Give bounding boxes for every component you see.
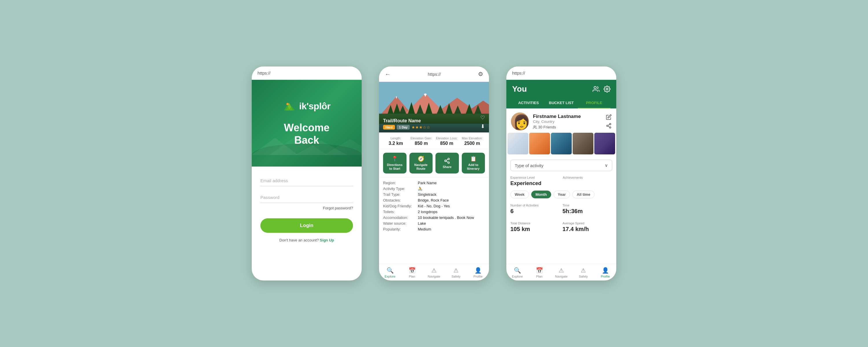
profile-name-area: Firstname Lastname City, Country 30 Frie…: [533, 114, 602, 129]
stat-elev-gain: Elevation Gain: 850 m: [408, 136, 434, 146]
forgot-password-link[interactable]: Forgot password?: [260, 206, 353, 210]
experience-label: Experience Level: [510, 176, 560, 179]
stat-length-value: 3.2 km: [383, 141, 408, 146]
photo-tile-3[interactable]: [551, 133, 572, 154]
profile-info-row: Firstname Lastname City, Country 30 Frie…: [506, 108, 616, 133]
svg-line-40: [608, 124, 610, 125]
nav-profile-active[interactable]: 👤 Profile: [594, 267, 616, 278]
url-bar-profile: https://: [506, 66, 616, 80]
friends-icon[interactable]: [593, 86, 599, 93]
phone-login: https:// ik'splôr Welcome Back: [252, 66, 362, 281]
share-profile-icon[interactable]: [606, 123, 612, 129]
nav-explore[interactable]: 🔍 Explore: [379, 267, 401, 278]
stat-max-elev-label: Max Elevation:: [460, 136, 485, 140]
detail-toilets: Toilets: 2 longdrops: [383, 210, 485, 214]
back-icon[interactable]: ←: [385, 71, 391, 77]
navigate-route-button[interactable]: 🧭 NavigateRoute: [409, 153, 433, 174]
tab-bucket-list[interactable]: BUCKET LIST: [545, 98, 578, 108]
nav-safety[interactable]: ⚠ Safety: [445, 267, 467, 278]
svg-point-30: [448, 162, 450, 163]
svg-line-39: [608, 126, 610, 127]
svg-point-3: [286, 103, 289, 105]
directions-label: Directionsto Start: [387, 163, 402, 170]
profile-header: You ACTIVITIES BUCKET LIST PROFILE: [506, 80, 616, 108]
activity-stats-grid: Number of Activities 6 Time 5h:36m Total…: [506, 201, 616, 235]
period-month[interactable]: Month: [531, 191, 551, 198]
photo-tile-1[interactable]: [507, 133, 528, 154]
share-button[interactable]: Share: [435, 153, 459, 174]
profile-photos: [506, 133, 616, 157]
navigate-icon-p: ⚠: [559, 267, 564, 274]
safety-icon: ⚠: [454, 267, 459, 274]
settings-icon[interactable]: ⚙: [478, 70, 483, 77]
heart-icon[interactable]: ♡: [480, 115, 485, 121]
url-text-login: https://: [257, 70, 271, 75]
svg-line-31: [446, 161, 448, 162]
tab-activities[interactable]: ACTIVITIES: [512, 98, 545, 108]
nav-safety-profile[interactable]: ⚠ Safety: [572, 267, 594, 278]
navigate-label-p: Navigate: [555, 275, 567, 278]
navigate-icon: 🧭: [418, 156, 424, 162]
detail-trail-type: Trail Type: Singletrack: [383, 192, 485, 197]
password-input[interactable]: [260, 192, 353, 203]
stat-elev-loss-value: 850 m: [434, 141, 460, 146]
detail-obstacles: Obstacles: Bridge, Rock Face: [383, 198, 485, 202]
period-alltime[interactable]: All time: [572, 191, 595, 198]
tab-profile[interactable]: PROFILE: [578, 98, 611, 108]
detail-popularity: Popularity: Medium: [383, 227, 485, 231]
trail-url-bar: ← https:// ⚙: [379, 66, 489, 82]
stat-time: Time 5h:36m: [562, 201, 612, 217]
settings-gear-icon[interactable]: [603, 86, 611, 93]
logo-icon: [283, 100, 296, 113]
experience-box: Experience Level Experienced: [510, 176, 560, 187]
photo-tile-5[interactable]: [594, 133, 615, 154]
nav-plan-profile[interactable]: 📅 Plan: [528, 267, 550, 278]
distance-label: Total Distance: [510, 221, 560, 225]
photo-tile-2[interactable]: [529, 133, 550, 154]
login-button[interactable]: Login: [260, 218, 353, 233]
svg-point-34: [606, 88, 608, 90]
nav-navigate-profile[interactable]: ⚠ Navigate: [550, 267, 572, 278]
svg-point-37: [607, 125, 608, 127]
directions-start-button[interactable]: 📍 Directionsto Start: [383, 153, 406, 174]
period-year[interactable]: Year: [554, 191, 570, 198]
star-rating: ★★★☆☆: [411, 125, 430, 130]
nav-profile[interactable]: 👤 Profile: [467, 267, 489, 278]
trail-image: Trail/Route Name Hard 1 Day ★★★☆☆ ♡ ⬇: [379, 82, 489, 132]
nav-plan[interactable]: 📅 Plan: [401, 267, 423, 278]
bottom-nav-trail: 🔍 Explore 📅 Plan ⚠ Navigate ⚠ Safety 👤 P…: [379, 264, 489, 281]
stat-length-label: Length:: [383, 136, 408, 140]
signup-link[interactable]: Sign Up: [320, 238, 334, 242]
plan-label: Plan: [409, 275, 415, 278]
profile-location: City, Country: [533, 119, 602, 124]
detail-region: Region: Park Name: [383, 181, 485, 185]
period-week[interactable]: Week: [510, 191, 529, 198]
photo-tile-4[interactable]: [572, 133, 593, 154]
login-form: Forgot password? Login Don't have an acc…: [252, 166, 362, 281]
directions-icon: 📍: [392, 156, 398, 162]
login-hero: ik'splôr Welcome Back: [252, 80, 362, 166]
share-icon: [444, 158, 450, 164]
phone-profile: https:// You ACTIVITIES BUCKET LIST PR: [506, 66, 616, 281]
logo-text: ik'splôr: [299, 101, 331, 112]
nav-navigate[interactable]: ⚠ Navigate: [423, 267, 445, 278]
url-text-trail: https://: [391, 72, 478, 76]
edit-icon[interactable]: [606, 114, 612, 120]
download-icon[interactable]: ⬇: [480, 123, 485, 130]
profile-icon-p: 👤: [602, 267, 609, 274]
trail-name: Trail/Route Name: [383, 118, 430, 124]
svg-point-38: [610, 127, 611, 128]
logo-area: ik'splôr: [283, 100, 331, 113]
detail-accom: Accomodation: 10 bookable tentpads . Boo…: [383, 215, 485, 220]
trail-overlay-icons: ♡ ⬇: [480, 115, 485, 130]
stat-avg-speed: Average Speed 17.4 km/h: [562, 219, 612, 235]
activity-dropdown[interactable]: Type of activity ∨: [510, 160, 612, 171]
itinerary-icon: 📋: [470, 156, 476, 162]
stat-max-elev: Max Elevation: 2500 m: [460, 136, 485, 146]
signup-prompt: Don't have an account? Sign Up: [260, 238, 353, 242]
nav-explore-profile[interactable]: 🔍 Explore: [506, 267, 528, 278]
email-input[interactable]: [260, 175, 353, 186]
add-itinerary-button[interactable]: 📋 Add toItinerary: [462, 153, 485, 174]
experience-value: Experienced: [510, 181, 560, 187]
plan-icon: 📅: [408, 267, 416, 274]
